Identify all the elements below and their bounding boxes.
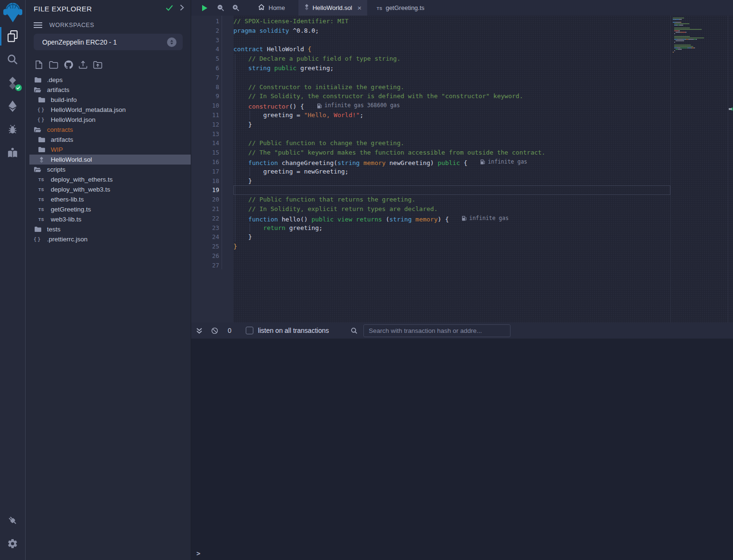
code-line[interactable]: 11 greeting = "Hello, World!"; <box>191 110 670 120</box>
line-number[interactable]: 13 <box>191 129 233 139</box>
tree-item[interactable]: WIP <box>29 145 191 155</box>
tree-item[interactable]: build-info <box>29 95 191 105</box>
code-line[interactable]: 17 greeting = newGreeting; <box>191 167 670 176</box>
line-number[interactable]: 11 <box>191 110 233 120</box>
upload-file-icon[interactable] <box>78 59 88 70</box>
line-number[interactable]: 5 <box>191 54 233 64</box>
line-number[interactable]: 22 <box>191 214 233 223</box>
zoom-in-button[interactable] <box>232 0 240 16</box>
line-number[interactable]: 1 <box>191 17 233 26</box>
line-number[interactable]: 14 <box>191 138 233 148</box>
plugin-manager-icon[interactable] <box>0 509 26 532</box>
tree-item[interactable]: TSdeploy_with_ethers.ts <box>29 174 191 184</box>
editor-minimap[interactable] <box>670 16 728 322</box>
code-line[interactable]: 6 string public greeting; <box>191 64 670 73</box>
workspace-updown-icon[interactable] <box>167 37 176 47</box>
close-tab-icon[interactable]: × <box>357 4 362 11</box>
debugger-icon[interactable] <box>0 118 26 141</box>
line-number[interactable]: 8 <box>191 83 233 92</box>
line-number[interactable]: 6 <box>191 64 233 73</box>
tab-helloworld-sol[interactable]: HelloWorld.sol× <box>298 0 367 16</box>
line-number[interactable]: 18 <box>191 176 233 186</box>
line-number[interactable]: 26 <box>191 251 233 261</box>
code-line[interactable]: 4contract HelloWorld { <box>191 45 670 54</box>
code-line[interactable]: 9 // In Solidity, the constructor is def… <box>191 92 670 101</box>
code-line[interactable]: 20 // Public function that returns the g… <box>191 195 670 204</box>
line-number[interactable]: 9 <box>191 92 233 101</box>
tree-item[interactable]: tests <box>29 224 191 234</box>
tree-item[interactable]: TSdeploy_with_web3.ts <box>29 184 191 194</box>
tree-item[interactable]: {}.prettierrc.json <box>29 234 191 244</box>
clone-git-repository-icon[interactable] <box>63 59 74 70</box>
tree-item[interactable]: TSweb3-lib.ts <box>29 214 191 224</box>
line-number[interactable]: 27 <box>191 261 233 270</box>
tree-item[interactable]: scripts <box>29 165 191 174</box>
file-explorer-icon[interactable] <box>0 25 26 48</box>
line-number[interactable]: 17 <box>191 167 233 176</box>
settings-icon[interactable] <box>0 532 26 555</box>
code-line[interactable]: 13 <box>191 129 670 139</box>
create-new-folder-icon[interactable] <box>48 59 59 70</box>
line-number[interactable]: 15 <box>191 148 233 157</box>
tree-item[interactable]: artifacts <box>29 85 191 95</box>
terminal-expand-icon[interactable] <box>196 327 203 334</box>
accept-check-icon[interactable] <box>166 4 173 13</box>
code-line[interactable]: 24 } <box>191 232 670 242</box>
tree-item[interactable]: {}HelloWorld_metadata.json <box>29 105 191 115</box>
collapse-panel-chevron-icon[interactable] <box>180 4 184 13</box>
line-number[interactable]: 21 <box>191 204 233 214</box>
remix-logo-icon[interactable] <box>1 0 25 25</box>
tab-home[interactable]: Home <box>252 0 291 16</box>
code-line[interactable]: 27 <box>191 261 670 270</box>
upload-folder-icon[interactable] <box>93 59 103 70</box>
line-number[interactable]: 25 <box>191 242 233 251</box>
code-line[interactable]: 26 <box>191 251 670 261</box>
terminal-search-input[interactable] <box>363 324 510 337</box>
line-number[interactable]: 23 <box>191 223 233 233</box>
code-line[interactable]: 2pragma solidity ^0.8.0; <box>191 26 670 36</box>
deploy-and-run-icon[interactable] <box>0 94 26 118</box>
create-new-file-icon[interactable] <box>34 59 44 70</box>
code-line[interactable]: 16 function changeGreeting(string memory… <box>191 157 670 167</box>
editor-lines[interactable]: 1// SPDX-License-Identifier: MIT2pragma … <box>191 17 670 270</box>
line-number[interactable]: 3 <box>191 36 233 45</box>
tree-item[interactable]: TSgetGreeting.ts <box>29 204 191 214</box>
line-number[interactable]: 7 <box>191 73 233 83</box>
code-line[interactable]: 10 constructor() {infinite gas 368600 ga… <box>191 101 670 110</box>
tree-item[interactable]: artifacts <box>29 135 191 145</box>
search-icon[interactable] <box>0 48 26 71</box>
code-line[interactable]: 1// SPDX-License-Identifier: MIT <box>191 17 670 26</box>
code-line[interactable]: 21 // In Solidity, explicit return types… <box>191 204 670 214</box>
run-script-button[interactable] <box>201 0 208 16</box>
editor-scrollbar[interactable] <box>728 16 733 322</box>
line-number[interactable]: 2 <box>191 26 233 36</box>
zoom-out-button[interactable] <box>217 0 224 16</box>
line-number[interactable]: 12 <box>191 120 233 129</box>
code-line[interactable]: 18 } <box>191 176 670 186</box>
code-line[interactable]: 23 return greeting; <box>191 223 670 233</box>
workspace-select[interactable]: OpenZeppelin ERC20 - 1 <box>34 34 183 50</box>
tree-item[interactable]: .deps <box>29 75 191 85</box>
line-number[interactable]: 4 <box>191 45 233 54</box>
terminal-output[interactable]: > <box>191 339 733 560</box>
code-line[interactable]: 8 // Constructor to initialize the greet… <box>191 83 670 92</box>
code-line[interactable]: 14 // Public function to change the gree… <box>191 138 670 148</box>
listen-transactions-checkbox[interactable] <box>246 327 253 334</box>
line-number[interactable]: 10 <box>191 101 233 110</box>
learneth-icon[interactable] <box>0 141 26 164</box>
code-line[interactable]: 3 <box>191 36 670 45</box>
tab-getgreeting-ts[interactable]: TSgetGreeting.ts <box>371 0 430 16</box>
code-line[interactable]: 7 <box>191 73 670 83</box>
tree-item[interactable]: {}HelloWorld.json <box>29 115 191 125</box>
code-line[interactable]: 19 <box>191 185 670 195</box>
line-number[interactable]: 19 <box>191 185 233 195</box>
line-number[interactable]: 24 <box>191 232 233 242</box>
code-line[interactable]: 15 // The "public" keyword makes the fun… <box>191 148 670 157</box>
code-line[interactable]: 5 // Declare a public field of type stri… <box>191 54 670 64</box>
code-editor[interactable]: 1// SPDX-License-Identifier: MIT2pragma … <box>191 16 733 322</box>
tree-item[interactable]: TSethers-lib.ts <box>29 194 191 204</box>
code-line[interactable]: 22 function hello() public view returns … <box>191 214 670 223</box>
tree-item[interactable]: HelloWorld.sol <box>29 155 191 165</box>
line-number[interactable]: 20 <box>191 195 233 204</box>
workspaces-menu-icon[interactable] <box>34 25 42 26</box>
